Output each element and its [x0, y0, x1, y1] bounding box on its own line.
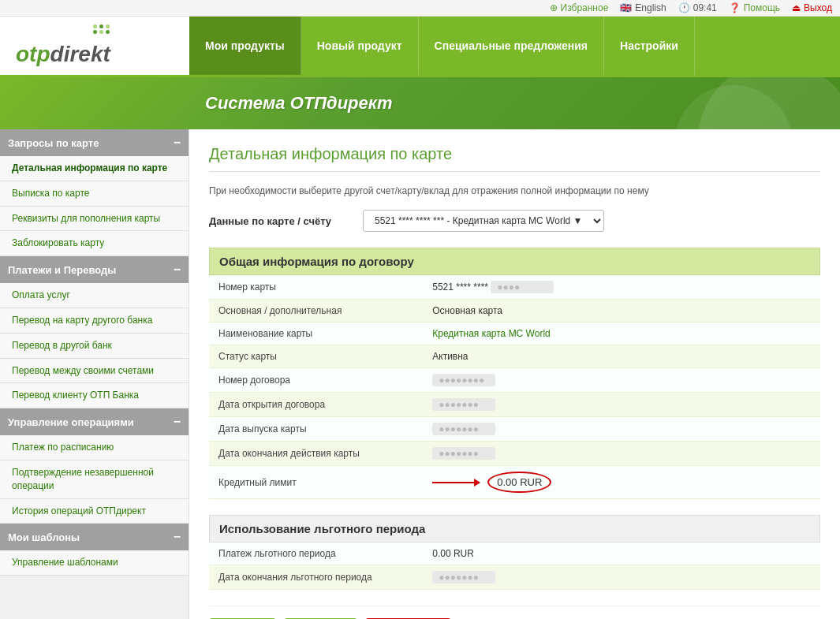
- sidebar-section-label: Запросы по карте: [8, 137, 99, 149]
- credit-limit-cell: 0.00 RUR: [423, 466, 820, 499]
- card-selector-dropdown[interactable]: 5521 **** **** *** - Кредитная карта MC …: [363, 210, 604, 232]
- sidebar-item-transfer-own-accounts[interactable]: Перевод между своими счетами: [0, 359, 189, 384]
- logo-dot: [106, 24, 110, 28]
- logo-dot: [99, 24, 103, 28]
- card-selector-row: Данные по карте / счёту 5521 **** **** *…: [209, 210, 820, 232]
- sidebar-item-transfer-other-bank[interactable]: Перевод в другой банк: [0, 334, 189, 359]
- table-row: Основная / дополнительная Основная карта: [209, 300, 820, 323]
- blurred-value: ●●●●●●●: [432, 447, 495, 460]
- info-table-section1: Номер карты 5521 **** **** ●●●● Основная…: [209, 275, 820, 499]
- logo-dot: [93, 30, 97, 34]
- top-bar: ⊕ Избранное 🇬🇧 English 🕐 09:41 ❓ Помощь …: [0, 0, 840, 17]
- collapse-icon: −: [174, 136, 181, 150]
- section1-header: Общая информация по договору: [209, 248, 820, 275]
- language-selector[interactable]: 🇬🇧 English: [620, 2, 666, 13]
- page-banner-title: Система ОТПдирект: [205, 93, 824, 114]
- field-label: Дата окончания действия карты: [209, 442, 423, 466]
- favorites-link[interactable]: ⊕ Избранное: [550, 2, 609, 13]
- table-row: Статус карты Активна: [209, 345, 820, 368]
- table-row: Номер карты 5521 **** **** ●●●●: [209, 275, 820, 300]
- table-row-credit-limit: Кредитный лимит 0.00 RUR: [209, 466, 820, 499]
- sidebar: Запросы по карте − Детальная информация …: [0, 129, 189, 619]
- logo-dots: [93, 24, 110, 34]
- logo-area: otp direkt: [0, 17, 189, 75]
- sidebar-section-payments[interactable]: Платежи и Переводы −: [0, 256, 189, 283]
- flag-icon: 🇬🇧: [620, 2, 632, 13]
- sidebar-item-transfer-other-bank-card[interactable]: Перевод на карту другого банка: [0, 308, 189, 334]
- page-title: Детальная информация по карте: [209, 145, 820, 172]
- field-value: Основная карта: [423, 300, 820, 323]
- help-icon: ❓: [729, 2, 741, 13]
- field-value: 5521 **** **** ●●●●: [423, 275, 820, 300]
- arrow-line: [432, 482, 480, 483]
- blurred-value: ●●●●●●●: [432, 571, 495, 584]
- sidebar-item-operations-history[interactable]: История операций ОТПдирект: [0, 499, 189, 524]
- logout-icon: ⏏: [792, 2, 801, 13]
- sidebar-section-templates[interactable]: Мои шаблоны −: [0, 524, 189, 550]
- sidebar-section-label: Платежи и Переводы: [8, 264, 116, 276]
- field-value: ●●●●●●●: [423, 417, 820, 442]
- clock-icon: 🕐: [678, 2, 690, 13]
- field-label: Основная / дополнительная: [209, 300, 423, 323]
- star-icon: ⊕: [550, 2, 558, 13]
- blurred-value: ●●●●●●●: [432, 423, 495, 435]
- logo[interactable]: otp direkt: [16, 24, 110, 67]
- table-row: Дата выпуска карты ●●●●●●●: [209, 417, 820, 442]
- blurred-value: ●●●●: [491, 281, 554, 293]
- table-row: Дата открытия договора ●●●●●●●: [209, 393, 820, 417]
- content-area: Детальная информация по карте При необхо…: [189, 129, 840, 619]
- sidebar-item-block-card[interactable]: Заблокировать карту: [0, 231, 189, 256]
- sidebar-item-scheduled-payment[interactable]: Платеж по расписанию: [0, 435, 189, 461]
- time-label: 09:41: [693, 2, 717, 13]
- buttons-row: Печать Экспорт Вернуться: [209, 606, 820, 619]
- logo-otp-text: otp: [16, 42, 50, 67]
- credit-limit-arrow: 0.00 RUR: [432, 472, 551, 493]
- sidebar-section-card-requests[interactable]: Запросы по карте −: [0, 129, 189, 156]
- field-value: ●●●●●●●: [423, 393, 820, 417]
- logo-dot: [99, 30, 103, 34]
- field-label: Кредитный лимит: [209, 466, 423, 499]
- sidebar-item-card-statement[interactable]: Выписка по карте: [0, 181, 189, 207]
- credit-limit-value: 0.00 RUR: [487, 472, 551, 493]
- info-text: При необходимости выберите другой счет/к…: [209, 184, 820, 198]
- sidebar-section-label: Управление операциями: [8, 416, 134, 428]
- table-row: Дата окончания действия карты ●●●●●●●: [209, 442, 820, 466]
- nav-item-my-products[interactable]: Мои продукты: [189, 17, 301, 75]
- collapse-icon: −: [174, 263, 181, 277]
- table-row: Номер договора ●●●●●●●●: [209, 368, 820, 393]
- sidebar-item-pay-services[interactable]: Оплата услуг: [0, 283, 189, 308]
- sidebar-item-card-replenishment[interactable]: Реквизиты для пополнения карты: [0, 207, 189, 232]
- info-table-section2: Платеж льготного периода 0.00 RUR Дата о…: [209, 543, 820, 590]
- help-link[interactable]: ❓ Помощь: [729, 2, 780, 13]
- logo-dot: [93, 24, 97, 28]
- field-label: Дата выпуска карты: [209, 417, 423, 442]
- nav-item-special-offers[interactable]: Специальные предложения: [419, 17, 604, 75]
- nav-item-settings[interactable]: Настройки: [604, 17, 695, 75]
- sidebar-item-manage-templates[interactable]: Управление шаблонами: [0, 550, 189, 576]
- card-name-link[interactable]: Кредитная карта MC World: [432, 328, 551, 339]
- logo-direkt-text: direkt: [50, 42, 110, 67]
- logo-dot: [106, 30, 110, 34]
- sidebar-section-operations[interactable]: Управление операциями −: [0, 408, 189, 435]
- field-value: Активна: [423, 345, 820, 368]
- field-value: ●●●●●●●: [423, 442, 820, 466]
- field-label: Наименование карты: [209, 323, 423, 345]
- field-label: Дата окончания льготного периода: [209, 565, 423, 590]
- field-value: ●●●●●●●: [423, 565, 820, 590]
- card-selector-label: Данные по карте / счёту: [209, 215, 351, 227]
- main-nav: Мои продукты Новый продукт Специальные п…: [189, 17, 840, 75]
- logout-label: Выход: [804, 2, 832, 13]
- table-row: Дата окончания льготного периода ●●●●●●●: [209, 565, 820, 590]
- field-label: Платеж льготного периода: [209, 543, 423, 565]
- help-label: Помощь: [744, 2, 780, 13]
- section2-header: Использование льготного периода: [209, 515, 820, 543]
- collapse-icon: −: [174, 530, 181, 544]
- sidebar-item-card-detail[interactable]: Детальная информация по карте: [0, 156, 189, 181]
- sidebar-item-confirm-operation[interactable]: Подтверждение незавершенной операции: [0, 461, 189, 499]
- table-row: Наименование карты Кредитная карта MC Wo…: [209, 323, 820, 345]
- field-label: Статус карты: [209, 345, 423, 368]
- nav-item-new-product[interactable]: Новый продукт: [301, 17, 419, 75]
- field-label: Номер договора: [209, 368, 423, 393]
- logout-link[interactable]: ⏏ Выход: [792, 2, 832, 13]
- sidebar-item-transfer-otp-client[interactable]: Перевод клиенту ОТП Банка: [0, 383, 189, 408]
